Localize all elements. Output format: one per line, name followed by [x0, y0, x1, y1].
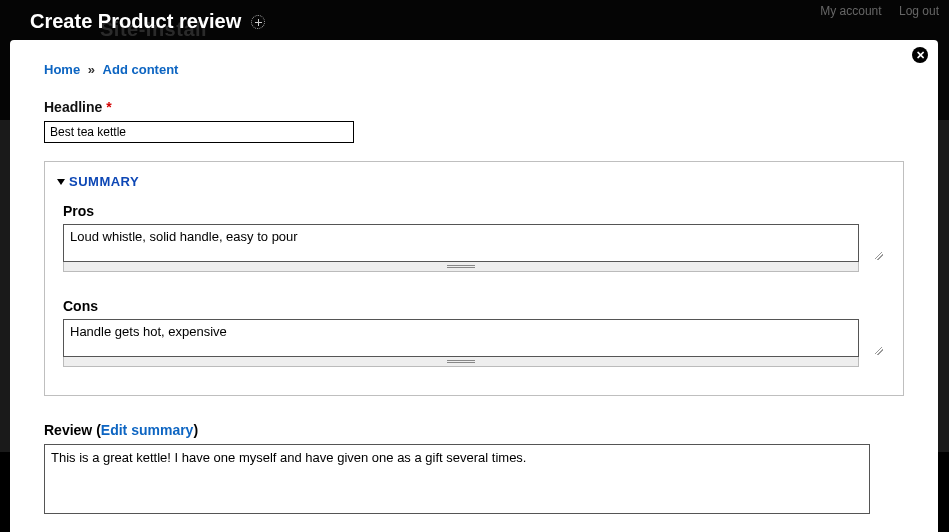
cons-resize-handle[interactable]	[63, 357, 859, 367]
cons-textarea[interactable]	[63, 319, 859, 357]
page-title: Create Product review	[30, 10, 241, 33]
summary-toggle-label: SUMMARY	[69, 174, 139, 189]
review-field: Review (Edit summary)	[44, 422, 904, 517]
pros-wrap	[63, 224, 885, 262]
review-label: Review (Edit summary)	[44, 422, 198, 438]
breadcrumb: Home » Add content	[44, 62, 904, 77]
headline-input[interactable]	[44, 121, 354, 143]
pros-label: Pros	[63, 203, 885, 219]
modal-body: Home » Add content Headline * SUMMARY Pr…	[10, 40, 938, 517]
review-textarea[interactable]	[44, 444, 870, 514]
top-nav: My account Log out	[806, 4, 939, 18]
pros-resize-handle[interactable]	[63, 262, 859, 272]
cons-label: Cons	[63, 298, 885, 314]
nav-logout-link[interactable]: Log out	[899, 4, 939, 18]
breadcrumb-home[interactable]: Home	[44, 62, 80, 77]
close-icon: ✕	[912, 47, 928, 63]
pros-textarea[interactable]	[63, 224, 859, 262]
caret-down-icon	[57, 179, 65, 185]
modal-titlebar: Create Product review	[30, 10, 265, 33]
edit-summary-link[interactable]: Edit summary	[101, 422, 194, 438]
pros-field: Pros	[63, 203, 885, 272]
breadcrumb-add-content[interactable]: Add content	[103, 62, 179, 77]
cons-field: Cons	[63, 298, 885, 367]
review-label-suffix: )	[193, 422, 198, 438]
headline-label: Headline *	[44, 99, 904, 115]
summary-toggle[interactable]: SUMMARY	[57, 174, 885, 189]
cons-wrap	[63, 319, 885, 357]
headline-field: Headline *	[44, 99, 904, 143]
headline-label-text: Headline	[44, 99, 102, 115]
required-marker: *	[106, 99, 111, 115]
expand-icon[interactable]	[251, 15, 265, 29]
summary-fieldset: SUMMARY Pros Cons	[44, 161, 904, 396]
modal: Home » Add content Headline * SUMMARY Pr…	[10, 40, 938, 532]
close-button[interactable]: ✕	[909, 44, 931, 66]
breadcrumb-sep: »	[88, 62, 95, 77]
review-label-prefix: Review (	[44, 422, 101, 438]
nav-account-link[interactable]: My account	[820, 4, 881, 18]
